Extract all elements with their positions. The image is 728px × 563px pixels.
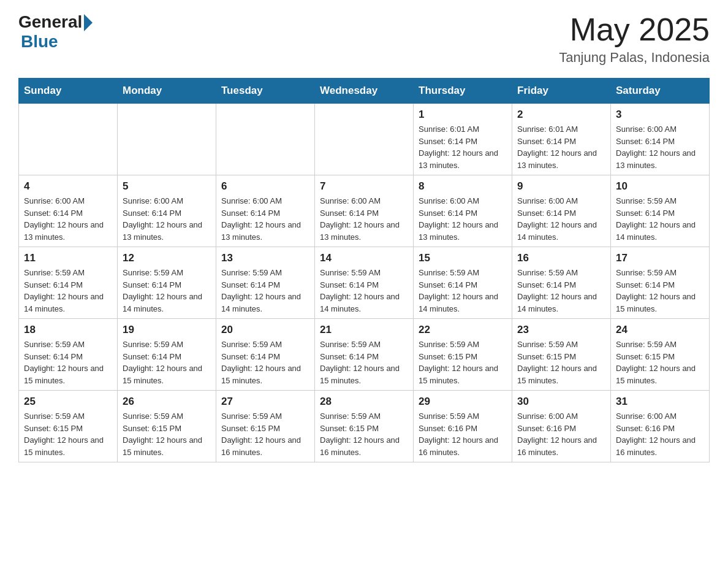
day-info: Sunrise: 5:59 AM Sunset: 6:14 PM Dayligh… [123,339,211,386]
day-info: Sunrise: 5:59 AM Sunset: 6:14 PM Dayligh… [616,195,704,243]
calendar-cell: 7Sunrise: 6:00 AM Sunset: 6:14 PM Daylig… [315,175,414,247]
calendar-cell: 24Sunrise: 5:59 AM Sunset: 6:15 PM Dayli… [611,319,710,391]
calendar-cell: 12Sunrise: 5:59 AM Sunset: 6:14 PM Dayli… [118,247,216,319]
calendar-week-row: 1Sunrise: 6:01 AM Sunset: 6:14 PM Daylig… [19,104,710,175]
calendar-cell: 22Sunrise: 5:59 AM Sunset: 6:15 PM Dayli… [414,319,512,391]
calendar-body: 1Sunrise: 6:01 AM Sunset: 6:14 PM Daylig… [19,104,710,462]
calendar-cell [216,104,315,175]
day-info: Sunrise: 5:59 AM Sunset: 6:14 PM Dayligh… [221,267,309,315]
day-info: Sunrise: 5:59 AM Sunset: 6:14 PM Dayligh… [320,267,408,315]
day-number: 25 [24,396,112,408]
logo-blue-text: Blue [21,32,58,52]
calendar-cell: 13Sunrise: 5:59 AM Sunset: 6:14 PM Dayli… [216,247,315,319]
header-sunday: Sunday [19,79,118,104]
day-number: 26 [123,396,211,408]
location-subtitle: Tanjung Palas, Indonesia [559,50,710,66]
header-monday: Monday [118,79,216,104]
calendar-cell: 11Sunrise: 5:59 AM Sunset: 6:14 PM Dayli… [19,247,118,319]
header-saturday: Saturday [611,79,710,104]
day-number: 12 [123,252,211,264]
calendar-cell: 20Sunrise: 5:59 AM Sunset: 6:14 PM Dayli… [216,319,315,391]
header-tuesday: Tuesday [216,79,315,104]
day-info: Sunrise: 6:00 AM Sunset: 6:14 PM Dayligh… [517,195,605,243]
day-info: Sunrise: 5:59 AM Sunset: 6:14 PM Dayligh… [24,267,112,315]
day-info: Sunrise: 5:59 AM Sunset: 6:15 PM Dayligh… [320,410,408,458]
day-info: Sunrise: 6:00 AM Sunset: 6:14 PM Dayligh… [419,195,507,243]
day-info: Sunrise: 5:59 AM Sunset: 6:15 PM Dayligh… [419,339,507,386]
day-number: 6 [221,180,309,193]
day-number: 28 [320,396,408,408]
day-info: Sunrise: 6:00 AM Sunset: 6:14 PM Dayligh… [320,195,408,243]
day-info: Sunrise: 5:59 AM Sunset: 6:14 PM Dayligh… [24,339,112,386]
day-number: 4 [24,180,112,193]
day-info: Sunrise: 5:59 AM Sunset: 6:15 PM Dayligh… [616,339,704,386]
day-number: 11 [24,252,112,264]
day-info: Sunrise: 6:01 AM Sunset: 6:14 PM Dayligh… [517,123,605,171]
logo-arrow-icon [84,14,93,31]
calendar-cell: 14Sunrise: 5:59 AM Sunset: 6:14 PM Dayli… [315,247,414,319]
day-info: Sunrise: 5:59 AM Sunset: 6:14 PM Dayligh… [320,339,408,386]
day-number: 18 [24,324,112,336]
day-number: 27 [221,396,309,408]
day-number: 1 [419,109,507,121]
day-number: 2 [517,109,605,121]
day-info: Sunrise: 6:00 AM Sunset: 6:16 PM Dayligh… [616,410,704,458]
calendar-cell: 4Sunrise: 6:00 AM Sunset: 6:14 PM Daylig… [19,175,118,247]
day-number: 22 [419,324,507,336]
day-info: Sunrise: 6:00 AM Sunset: 6:14 PM Dayligh… [123,195,211,243]
day-number: 7 [320,180,408,193]
calendar-cell: 5Sunrise: 6:00 AM Sunset: 6:14 PM Daylig… [118,175,216,247]
calendar-cell [315,104,414,175]
day-info: Sunrise: 5:59 AM Sunset: 6:15 PM Dayligh… [123,410,211,458]
calendar-cell: 26Sunrise: 5:59 AM Sunset: 6:15 PM Dayli… [118,391,216,462]
day-info: Sunrise: 5:59 AM Sunset: 6:14 PM Dayligh… [221,339,309,386]
day-info: Sunrise: 5:59 AM Sunset: 6:15 PM Dayligh… [24,410,112,458]
day-number: 5 [123,180,211,193]
day-number: 10 [616,180,704,193]
page-header: General Blue May 2025 Tanjung Palas, Ind… [18,12,710,66]
calendar-cell: 2Sunrise: 6:01 AM Sunset: 6:14 PM Daylig… [512,104,611,175]
day-number: 16 [517,252,605,264]
header-row: SundayMondayTuesdayWednesdayThursdayFrid… [19,79,710,104]
calendar-cell: 18Sunrise: 5:59 AM Sunset: 6:14 PM Dayli… [19,319,118,391]
day-info: Sunrise: 5:59 AM Sunset: 6:15 PM Dayligh… [221,410,309,458]
header-wednesday: Wednesday [315,79,414,104]
calendar-header: SundayMondayTuesdayWednesdayThursdayFrid… [19,79,710,104]
calendar-cell: 21Sunrise: 5:59 AM Sunset: 6:14 PM Dayli… [315,319,414,391]
day-info: Sunrise: 6:01 AM Sunset: 6:14 PM Dayligh… [419,123,507,171]
day-number: 23 [517,324,605,336]
day-number: 20 [221,324,309,336]
day-number: 24 [616,324,704,336]
day-info: Sunrise: 6:00 AM Sunset: 6:14 PM Dayligh… [24,195,112,243]
logo: General Blue [18,12,93,52]
calendar-cell: 29Sunrise: 5:59 AM Sunset: 6:16 PM Dayli… [414,391,512,462]
calendar-week-row: 11Sunrise: 5:59 AM Sunset: 6:14 PM Dayli… [19,247,710,319]
calendar-cell: 16Sunrise: 5:59 AM Sunset: 6:14 PM Dayli… [512,247,611,319]
day-number: 3 [616,109,704,121]
calendar-cell: 27Sunrise: 5:59 AM Sunset: 6:15 PM Dayli… [216,391,315,462]
day-number: 29 [419,396,507,408]
calendar-cell: 23Sunrise: 5:59 AM Sunset: 6:15 PM Dayli… [512,319,611,391]
day-number: 14 [320,252,408,264]
calendar-cell: 1Sunrise: 6:01 AM Sunset: 6:14 PM Daylig… [414,104,512,175]
day-info: Sunrise: 6:00 AM Sunset: 6:14 PM Dayligh… [616,123,704,171]
day-number: 13 [221,252,309,264]
day-number: 31 [616,396,704,408]
month-year-title: May 2025 [559,12,710,47]
calendar-cell: 15Sunrise: 5:59 AM Sunset: 6:14 PM Dayli… [414,247,512,319]
day-info: Sunrise: 5:59 AM Sunset: 6:15 PM Dayligh… [517,339,605,386]
header-thursday: Thursday [414,79,512,104]
calendar-cell: 30Sunrise: 6:00 AM Sunset: 6:16 PM Dayli… [512,391,611,462]
day-info: Sunrise: 5:59 AM Sunset: 6:14 PM Dayligh… [517,267,605,315]
day-info: Sunrise: 5:59 AM Sunset: 6:14 PM Dayligh… [616,267,704,315]
calendar-week-row: 4Sunrise: 6:00 AM Sunset: 6:14 PM Daylig… [19,175,710,247]
calendar-cell: 25Sunrise: 5:59 AM Sunset: 6:15 PM Dayli… [19,391,118,462]
calendar-cell: 10Sunrise: 5:59 AM Sunset: 6:14 PM Dayli… [611,175,710,247]
title-block: May 2025 Tanjung Palas, Indonesia [559,12,710,66]
day-number: 15 [419,252,507,264]
header-friday: Friday [512,79,611,104]
day-info: Sunrise: 5:59 AM Sunset: 6:16 PM Dayligh… [419,410,507,458]
calendar-week-row: 18Sunrise: 5:59 AM Sunset: 6:14 PM Dayli… [19,319,710,391]
calendar-cell: 9Sunrise: 6:00 AM Sunset: 6:14 PM Daylig… [512,175,611,247]
calendar-cell: 3Sunrise: 6:00 AM Sunset: 6:14 PM Daylig… [611,104,710,175]
